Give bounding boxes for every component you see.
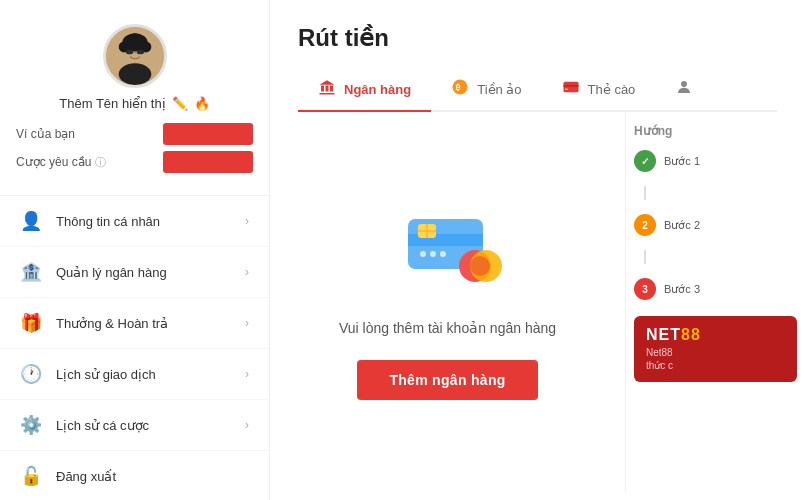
tab-crypto-label: Tiền ảo xyxy=(477,82,521,97)
tab-crypto[interactable]: ₿ Tiền ảo xyxy=(431,68,541,112)
svg-rect-8 xyxy=(136,50,143,55)
bet-balance-bar xyxy=(163,151,253,173)
other-tab-icon xyxy=(675,78,693,100)
sidebar-item-bank-management[interactable]: 🏦 Quản lý ngân hàng › xyxy=(0,247,269,298)
sidebar-item-personal-info[interactable]: 👤 Thông tin cá nhân › xyxy=(0,196,269,247)
step-text-3: Bước 3 xyxy=(664,282,700,296)
menu-label-bank-management: Quản lý ngân hàng xyxy=(56,265,231,280)
sidebar-menu: 👤 Thông tin cá nhân › 🏦 Quản lý ngân hàn… xyxy=(0,196,269,500)
menu-label-transaction-history: Lịch sử giao dịch xyxy=(56,367,231,382)
net88-subtitle: Net88thức c xyxy=(646,346,785,372)
sidebar: Thêm Tên hiển thị ✏️ 🔥 Ví của bạn Cược y… xyxy=(0,0,270,500)
wallet-label: Ví của bạn xyxy=(16,127,75,141)
step-dot-3: 3 xyxy=(634,278,656,300)
gift-icon: 🎁 xyxy=(20,312,42,334)
svg-point-1 xyxy=(118,63,151,85)
settings-icon: ⚙️ xyxy=(20,414,42,436)
net88-banner: NET88 Net88thức c xyxy=(634,316,797,382)
step-connector-1 xyxy=(644,186,646,200)
profile-name: Thêm Tên hiển thị xyxy=(59,96,165,111)
main-header: Rút tiền Ngân hàng ₿ Ti xyxy=(270,0,805,112)
svg-point-15 xyxy=(681,81,687,87)
bet-row: Cược yêu cầu ⓘ xyxy=(16,151,253,173)
crypto-tab-icon: ₿ xyxy=(451,78,469,100)
chevron-right-icon: › xyxy=(245,214,249,228)
step-dot-1: ✓ xyxy=(634,150,656,172)
edit-icon[interactable]: ✏️ xyxy=(172,96,188,111)
step-text-1: Bước 1 xyxy=(664,154,700,168)
step-connector-2 xyxy=(644,250,646,264)
menu-label-bet-history: Lịch sử cá cược xyxy=(56,418,231,433)
chevron-right-icon: › xyxy=(245,418,249,432)
bank-tab-icon xyxy=(318,78,336,100)
step-text-2: Bước 2 xyxy=(664,218,700,232)
menu-label-rewards: Thưởng & Hoàn trả xyxy=(56,316,231,331)
tab-other[interactable] xyxy=(655,68,713,112)
tab-card[interactable]: Thẻ cào xyxy=(542,68,656,112)
menu-label-personal-info: Thông tin cá nhân xyxy=(56,214,231,229)
profile-section: Thêm Tên hiển thị ✏️ 🔥 Ví của bạn Cược y… xyxy=(0,0,269,196)
step-item-1: ✓ Bước 1 xyxy=(634,150,797,172)
sidebar-item-bet-history[interactable]: ⚙️ Lịch sử cá cược › xyxy=(0,400,269,451)
add-bank-button[interactable]: Thêm ngân hàng xyxy=(357,360,537,400)
page-title: Rút tiền xyxy=(298,24,777,52)
card-tab-icon xyxy=(562,78,580,100)
chevron-right-icon: › xyxy=(245,265,249,279)
balance-row: Ví của bạn xyxy=(16,123,253,145)
svg-point-26 xyxy=(470,256,490,276)
chevron-right-icon: › xyxy=(245,316,249,330)
svg-point-21 xyxy=(420,251,426,257)
empty-message: Vui lòng thêm tài khoản ngân hàng xyxy=(339,320,556,336)
bank-card-illustration xyxy=(398,204,498,304)
bet-label: Cược yêu cầu ⓘ xyxy=(16,155,106,170)
svg-rect-13 xyxy=(563,85,578,87)
step-list: ✓ Bước 1 2 Bước 2 3 Bước 3 xyxy=(634,150,797,300)
svg-rect-14 xyxy=(565,89,568,91)
tab-card-label: Thẻ cào xyxy=(588,82,636,97)
tabs-bar: Ngân hàng ₿ Tiền ảo xyxy=(298,68,777,112)
empty-state: Vui lòng thêm tài khoản ngân hàng Thêm n… xyxy=(270,112,625,492)
net88-title: NET88 xyxy=(646,326,785,344)
fire-icon: 🔥 xyxy=(194,96,210,111)
bet-info-icon: ⓘ xyxy=(95,156,106,168)
svg-point-23 xyxy=(440,251,446,257)
tab-bank[interactable]: Ngân hàng xyxy=(298,68,431,112)
main-body: Vui lòng thêm tài khoản ngân hàng Thêm n… xyxy=(270,112,805,492)
wallet-balance-bar xyxy=(163,123,253,145)
sidebar-item-logout[interactable]: 🔓 Đăng xuất xyxy=(0,451,269,500)
sidebar-item-transaction-history[interactable]: 🕐 Lịch sử giao dịch › xyxy=(0,349,269,400)
svg-point-6 xyxy=(128,33,141,46)
svg-point-22 xyxy=(430,251,436,257)
menu-label-logout: Đăng xuất xyxy=(56,469,249,484)
bank-icon: 🏦 xyxy=(20,261,42,283)
avatar xyxy=(103,24,167,88)
chevron-right-icon: › xyxy=(245,367,249,381)
step-dot-2: 2 xyxy=(634,214,656,236)
right-panel-title: Hướng xyxy=(634,124,797,138)
logout-icon: 🔓 xyxy=(20,465,42,487)
right-panel: Hướng ✓ Bước 1 2 Bước 2 3 Bước 3 xyxy=(625,112,805,492)
svg-rect-7 xyxy=(125,50,132,55)
tab-bank-label: Ngân hàng xyxy=(344,82,411,97)
history-icon: 🕐 xyxy=(20,363,42,385)
step-item-3: 3 Bước 3 xyxy=(634,278,797,300)
sidebar-item-rewards[interactable]: 🎁 Thưởng & Hoàn trả › xyxy=(0,298,269,349)
step-item-2: 2 Bước 2 xyxy=(634,214,797,236)
main-content: Rút tiền Ngân hàng ₿ Ti xyxy=(270,0,805,500)
person-icon: 👤 xyxy=(20,210,42,232)
profile-name-row: Thêm Tên hiển thị ✏️ 🔥 xyxy=(59,96,209,111)
